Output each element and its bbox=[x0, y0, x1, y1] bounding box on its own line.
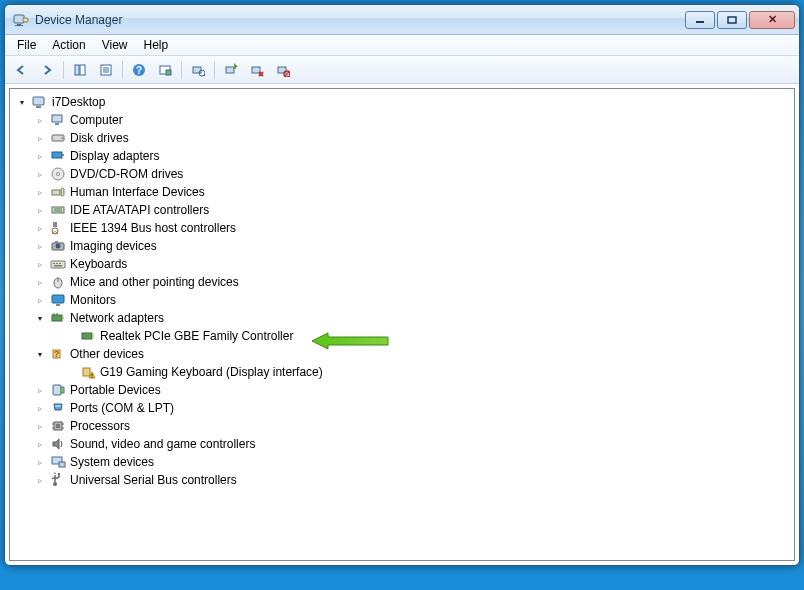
expand-toggle-icon[interactable] bbox=[34, 276, 46, 288]
tree-node-ports[interactable]: Ports (COM & LPT) bbox=[12, 399, 792, 417]
svg-rect-3 bbox=[23, 18, 28, 22]
menu-view[interactable]: View bbox=[94, 36, 136, 54]
tree-node-mice[interactable]: Mice and other pointing devices bbox=[12, 273, 792, 291]
svg-point-69 bbox=[57, 405, 59, 407]
svg-rect-41 bbox=[53, 222, 57, 227]
tree-node-keyboards[interactable]: Keyboards bbox=[12, 255, 792, 273]
update-driver-button[interactable] bbox=[219, 59, 243, 81]
help-button[interactable]: ? bbox=[127, 59, 151, 81]
tree-node-imaging[interactable]: Imaging devices bbox=[12, 237, 792, 255]
tree-node-monitors[interactable]: Monitors bbox=[12, 291, 792, 309]
svg-text:!: ! bbox=[91, 373, 93, 379]
mouse-icon bbox=[50, 274, 66, 290]
device-manager-icon bbox=[13, 12, 29, 28]
tree-node-usb[interactable]: Universal Serial Bus controllers bbox=[12, 471, 792, 489]
tree-label: IEEE 1394 Bus host controllers bbox=[70, 221, 236, 235]
expand-toggle-icon[interactable] bbox=[34, 312, 46, 324]
svg-rect-19 bbox=[226, 67, 234, 73]
expand-toggle-icon[interactable] bbox=[34, 222, 46, 234]
svg-rect-78 bbox=[59, 462, 65, 467]
portable-device-icon bbox=[50, 382, 66, 398]
maximize-button[interactable] bbox=[717, 11, 747, 29]
tree-label: Display adapters bbox=[70, 149, 159, 163]
back-button[interactable] bbox=[9, 59, 33, 81]
svg-rect-38 bbox=[52, 207, 64, 213]
svg-rect-67 bbox=[61, 387, 64, 393]
expand-toggle-icon[interactable] bbox=[34, 402, 46, 414]
minimize-button[interactable] bbox=[685, 11, 715, 29]
svg-rect-7 bbox=[80, 65, 85, 75]
svg-rect-36 bbox=[52, 190, 60, 195]
tree-label: Network adapters bbox=[70, 311, 164, 325]
svg-point-31 bbox=[61, 137, 63, 139]
titlebar[interactable]: Device Manager ✕ bbox=[5, 5, 799, 35]
expand-toggle-icon[interactable] bbox=[34, 348, 46, 360]
expand-toggle-icon[interactable] bbox=[34, 420, 46, 432]
tree-node-network-adapters[interactable]: Network adapters bbox=[12, 309, 792, 327]
close-button[interactable]: ✕ bbox=[749, 11, 795, 29]
show-hide-console-tree-button[interactable] bbox=[68, 59, 92, 81]
action-button[interactable] bbox=[153, 59, 177, 81]
svg-point-70 bbox=[59, 405, 61, 407]
menu-file[interactable]: File bbox=[9, 36, 44, 54]
expand-toggle-icon[interactable] bbox=[34, 204, 46, 216]
tree-label: Human Interface Devices bbox=[70, 185, 205, 199]
tree-label: Other devices bbox=[70, 347, 144, 361]
svg-text:?: ? bbox=[54, 349, 60, 359]
expand-toggle-icon[interactable] bbox=[34, 240, 46, 252]
tree-label: Ports (COM & LPT) bbox=[70, 401, 174, 415]
uninstall-button[interactable] bbox=[245, 59, 269, 81]
expand-toggle-icon[interactable] bbox=[34, 150, 46, 162]
svg-rect-63 bbox=[83, 368, 90, 376]
sound-icon bbox=[50, 436, 66, 452]
scan-hardware-button[interactable] bbox=[186, 59, 210, 81]
tree-node-ieee1394[interactable]: IEEE 1394 Bus host controllers bbox=[12, 219, 792, 237]
expand-toggle-icon[interactable] bbox=[16, 96, 28, 108]
tree-node-g19-keyboard[interactable]: ! G19 Gaming Keyboard (Display interface… bbox=[12, 363, 792, 381]
expand-toggle-icon[interactable] bbox=[34, 186, 46, 198]
tree-node-display-adapters[interactable]: Display adapters bbox=[12, 147, 792, 165]
tree-label: Keyboards bbox=[70, 257, 127, 271]
tree-label: Processors bbox=[70, 419, 130, 433]
forward-button[interactable] bbox=[35, 59, 59, 81]
svg-rect-53 bbox=[52, 295, 64, 303]
tree-node-other-devices[interactable]: ? Other devices bbox=[12, 345, 792, 363]
monitor-icon bbox=[50, 292, 66, 308]
expand-toggle-icon[interactable] bbox=[34, 294, 46, 306]
expand-toggle-icon[interactable] bbox=[34, 438, 46, 450]
menubar: File Action View Help bbox=[5, 35, 799, 56]
svg-rect-32 bbox=[52, 152, 62, 158]
tree-node-hid[interactable]: Human Interface Devices bbox=[12, 183, 792, 201]
expand-toggle-icon[interactable] bbox=[34, 474, 46, 486]
tree-node-computer[interactable]: Computer bbox=[12, 111, 792, 129]
properties-button[interactable] bbox=[94, 59, 118, 81]
device-tree-panel[interactable]: i7Desktop Computer Disk drives Display a… bbox=[9, 88, 795, 561]
keyboard-icon bbox=[50, 256, 66, 272]
disable-button[interactable] bbox=[271, 59, 295, 81]
svg-rect-45 bbox=[55, 241, 58, 243]
menu-action[interactable]: Action bbox=[44, 36, 93, 54]
tree-node-system[interactable]: System devices bbox=[12, 453, 792, 471]
window-title: Device Manager bbox=[35, 13, 685, 27]
tree-label: Computer bbox=[70, 113, 123, 127]
tree-node-ide[interactable]: IDE ATA/ATAPI controllers bbox=[12, 201, 792, 219]
expand-toggle-icon[interactable] bbox=[34, 114, 46, 126]
tree-node-portable[interactable]: Portable Devices bbox=[12, 381, 792, 399]
tree-node-processors[interactable]: Processors bbox=[12, 417, 792, 435]
tree-label: Portable Devices bbox=[70, 383, 161, 397]
expand-toggle-icon[interactable] bbox=[34, 258, 46, 270]
tree-node-root[interactable]: i7Desktop bbox=[12, 93, 792, 111]
tree-node-disk-drives[interactable]: Disk drives bbox=[12, 129, 792, 147]
device-manager-window: Device Manager ✕ File Action View Help ? bbox=[4, 4, 800, 566]
expand-toggle-icon[interactable] bbox=[34, 132, 46, 144]
tree-label: Disk drives bbox=[70, 131, 129, 145]
device-tree: i7Desktop Computer Disk drives Display a… bbox=[10, 89, 794, 493]
expand-toggle-icon[interactable] bbox=[34, 168, 46, 180]
tree-node-realtek-nic[interactable]: Realtek PCIe GBE Family Controller bbox=[12, 327, 792, 345]
tree-node-sound[interactable]: Sound, video and game controllers bbox=[12, 435, 792, 453]
tree-node-dvd[interactable]: DVD/CD-ROM drives bbox=[12, 165, 792, 183]
menu-help[interactable]: Help bbox=[136, 36, 177, 54]
expand-toggle-icon[interactable] bbox=[34, 456, 46, 468]
computer-icon bbox=[32, 94, 48, 110]
expand-toggle-icon[interactable] bbox=[34, 384, 46, 396]
